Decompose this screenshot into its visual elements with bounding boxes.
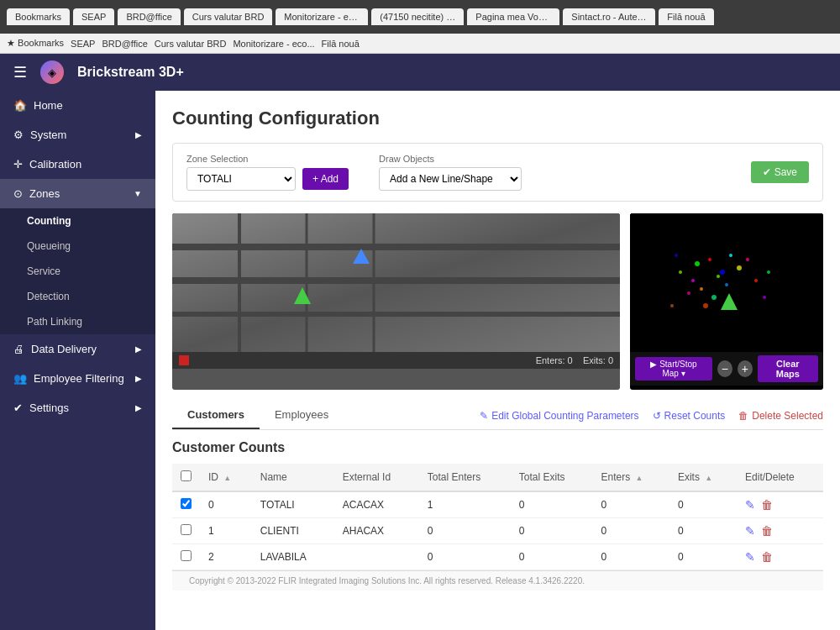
counts-table: ID ▲ Name External Id Total Enters Total… xyxy=(172,464,823,570)
start-stop-map-button[interactable]: ▶ Start/Stop Map ▾ xyxy=(635,357,712,381)
camera-svg xyxy=(172,213,620,352)
bookmark-curs[interactable]: Curs valutar BRD xyxy=(155,39,227,49)
sidebar-item-service[interactable]: Service xyxy=(0,259,155,284)
edit-global-counting-action[interactable]: ✎ Edit Global Counting Parameters xyxy=(480,410,638,422)
col-header-external-id: External Id xyxy=(334,464,419,491)
tab-customers[interactable]: Customers xyxy=(172,402,260,429)
draw-objects-label: Draw Objects xyxy=(379,154,522,164)
col-header-total-enters: Total Enters xyxy=(419,464,511,491)
gear-icon: ⚙ xyxy=(13,129,24,141)
svg-point-22 xyxy=(703,303,708,308)
sidebar-system-label: System xyxy=(30,129,66,141)
row0-id: 0 xyxy=(200,491,252,518)
table-row: 2 LAVABILA 0 0 0 0 ✎ 🗑 xyxy=(172,544,823,570)
row0-edit-button[interactable]: ✎ xyxy=(745,498,755,512)
employee-arrow-icon: ▶ xyxy=(135,374,142,383)
calibration-icon: ✛ xyxy=(13,158,23,171)
svg-rect-10 xyxy=(630,213,823,352)
enters-label: Enters: xyxy=(536,355,565,365)
save-icon: ✔ xyxy=(763,166,771,178)
draw-objects-dropdown[interactable]: Add a New Line/Shape xyxy=(379,167,522,191)
col-header-enters: Enters ▲ xyxy=(592,464,669,491)
row1-edit-delete: ✎ 🗑 xyxy=(737,518,823,544)
bookmark-eco[interactable]: Monitorizare - eco... xyxy=(233,39,314,49)
add-button[interactable]: + Add xyxy=(302,168,349,190)
row2-checkbox[interactable] xyxy=(181,550,192,561)
sidebar-item-zones[interactable]: ⊙ Zones ▼ xyxy=(0,179,155,208)
col-header-checkbox xyxy=(172,464,200,491)
sidebar-settings-label: Settings xyxy=(29,402,69,414)
browser-tab-bookmarks[interactable]: Bookmarks xyxy=(7,8,70,25)
hamburger-icon[interactable]: ☰ xyxy=(13,63,27,81)
system-arrow-icon: ▶ xyxy=(135,130,142,139)
bookmark-filanuova[interactable]: Filă nouă xyxy=(322,39,360,49)
row2-name: LAVABILA xyxy=(252,544,334,570)
sidebar-item-detection[interactable]: Detection xyxy=(0,284,155,309)
save-label: Save xyxy=(774,166,797,178)
bookmark-seap[interactable]: SEAP xyxy=(71,39,95,49)
sidebar-item-data-delivery[interactable]: 🖨 Data Delivery ▶ xyxy=(0,334,155,364)
select-all-checkbox[interactable] xyxy=(181,470,192,481)
table-row: 1 CLIENTI AHACAX 0 0 0 0 ✎ 🗑 xyxy=(172,518,823,544)
save-button[interactable]: ✔ Save xyxy=(751,161,809,183)
home-icon: 🏠 xyxy=(13,99,27,112)
row1-exits: 0 xyxy=(669,518,737,544)
sidebar-item-home[interactable]: 🏠 Home xyxy=(0,91,155,120)
tab-actions: ✎ Edit Global Counting Parameters ↺ Rese… xyxy=(480,410,823,422)
heat-map-svg xyxy=(630,213,823,352)
svg-point-15 xyxy=(729,254,732,257)
sidebar-zones-label: Zones xyxy=(29,187,60,200)
zone-select-dropdown[interactable]: TOTALI xyxy=(186,167,296,191)
sidebar-item-employee-filtering[interactable]: 👥 Employee Filtering ▶ xyxy=(0,364,155,393)
svg-point-13 xyxy=(720,270,725,275)
main-content: Counting Configuration Zone Selection TO… xyxy=(155,91,840,630)
browser-chrome: Bookmarks SEAP BRD@ffice Curs valutar BR… xyxy=(0,0,840,34)
row1-checkbox[interactable] xyxy=(181,524,192,535)
sidebar-item-system[interactable]: ⚙ System ▶ xyxy=(0,120,155,150)
row0-checkbox[interactable] xyxy=(181,498,192,509)
row2-exits: 0 xyxy=(669,544,737,570)
id-sort-icon: ▲ xyxy=(223,474,231,482)
row2-delete-button[interactable]: 🗑 xyxy=(761,550,773,564)
tab-employees[interactable]: Employees xyxy=(260,402,344,429)
row2-edit-delete: ✎ 🗑 xyxy=(737,544,823,570)
edit-global-label: Edit Global Counting Parameters xyxy=(491,410,638,422)
employees-icon: 👥 xyxy=(13,372,27,385)
row2-edit-button[interactable]: ✎ xyxy=(745,550,755,564)
delete-selected-action[interactable]: 🗑 Delete Selected xyxy=(738,410,823,422)
browser-tab-seap[interactable]: SEAP xyxy=(73,8,114,25)
row1-checkbox-cell xyxy=(172,518,200,544)
zones-icon: ⊙ xyxy=(13,187,23,200)
row1-delete-button[interactable]: 🗑 xyxy=(761,524,773,538)
browser-tab-new[interactable]: Filă nouă xyxy=(659,8,713,25)
svg-point-14 xyxy=(691,279,695,282)
table-header-row: ID ▲ Name External Id Total Enters Total… xyxy=(172,464,823,491)
app-header: ☰ ◈ Brickstream 3D+ xyxy=(0,54,840,91)
sidebar-item-path-linking[interactable]: Path Linking xyxy=(0,309,155,334)
sidebar-employee-label: Employee Filtering xyxy=(34,372,124,385)
sidebar-item-calibration[interactable]: ✛ Calibration xyxy=(0,150,155,179)
zoom-in-button[interactable]: + xyxy=(738,360,753,377)
row1-edit-button[interactable]: ✎ xyxy=(745,524,755,538)
sidebar-item-settings[interactable]: ✔ Settings ▶ xyxy=(0,393,155,423)
browser-tab-brd[interactable]: BRD@ffice xyxy=(118,8,180,25)
browser-tab-monitorizare[interactable]: Monitorizare - eco... xyxy=(276,8,368,25)
sidebar-item-queueing[interactable]: Queueing xyxy=(0,234,155,259)
sidebar-item-counting[interactable]: Counting xyxy=(0,208,155,234)
reset-counts-action[interactable]: ↺ Reset Counts xyxy=(653,410,726,422)
row0-delete-button[interactable]: 🗑 xyxy=(761,498,773,512)
browser-tab-47150[interactable]: (47150 necitite) - ta... xyxy=(371,8,464,25)
col-header-total-exits: Total Exits xyxy=(511,464,593,491)
row1-external-id: AHACAX xyxy=(334,518,419,544)
browser-tab-vodafone[interactable]: Pagina mea Vodafo... xyxy=(467,8,559,25)
camera-bottom-bar: Enters: 0 Exits: 0 xyxy=(172,352,620,369)
browser-tab-sintact[interactable]: Sintact.ro - Autentif... xyxy=(563,8,655,25)
svg-point-20 xyxy=(679,270,682,274)
data-delivery-icon: 🖨 xyxy=(13,343,24,355)
browser-tab-curs[interactable]: Curs valutar BRD xyxy=(184,8,273,25)
zoom-out-button[interactable]: − xyxy=(717,360,732,377)
edit-pencil-icon: ✎ xyxy=(480,410,488,422)
bookmark-brd[interactable]: BRD@ffice xyxy=(102,39,147,49)
clear-maps-button[interactable]: Clear Maps xyxy=(758,355,818,382)
col-header-name: Name xyxy=(252,464,334,491)
